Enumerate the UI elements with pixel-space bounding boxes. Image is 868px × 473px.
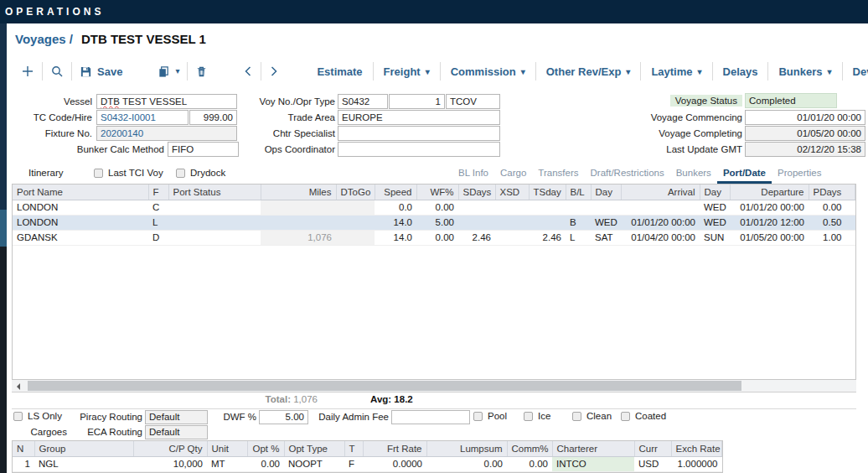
cell[interactable]: 1.00 [809, 230, 855, 245]
ice-checkbox[interactable] [524, 412, 533, 421]
cell[interactable] [336, 200, 375, 215]
cell[interactable]: SAT [591, 230, 621, 245]
eca-routing-field[interactable]: Default [145, 425, 208, 439]
cell[interactable]: NGL [34, 456, 133, 471]
tab-draft-restrictions[interactable]: Draft/Restrictions [585, 166, 670, 184]
cargoes-label[interactable]: Cargoes [17, 425, 67, 439]
cell[interactable]: B [566, 215, 591, 230]
breadcrumb-voyages-link[interactable]: Voyages / [15, 32, 73, 46]
voy-no-field[interactable]: S0432 [338, 94, 388, 109]
cell[interactable]: 0.00 [247, 456, 284, 471]
scrollbar-thumb[interactable] [28, 381, 741, 391]
dwf-field[interactable]: 5.00 [259, 410, 308, 424]
cell[interactable] [168, 215, 261, 230]
cell[interactable] [566, 200, 591, 215]
prev-voyage-button[interactable] [235, 65, 261, 77]
cell[interactable] [529, 200, 566, 215]
cell[interactable]: 0.00 [507, 456, 552, 471]
next-voyage-button[interactable] [261, 65, 287, 77]
cell[interactable]: 0.00 [416, 230, 458, 245]
tab-transfers[interactable]: Transfers [532, 166, 584, 184]
clean-checkbox[interactable] [572, 412, 581, 421]
voyage-commencing-field[interactable]: 01/01/20 00:00 [745, 110, 865, 125]
cell[interactable] [495, 200, 529, 215]
cell[interactable]: 14.0 [375, 215, 416, 230]
cell[interactable]: 1.000000 [671, 456, 722, 471]
menu-other-rev-exp[interactable]: Other Rev/Exp [536, 65, 641, 78]
delete-button[interactable] [188, 65, 215, 78]
tab-bl-info[interactable]: BL Info [452, 166, 494, 184]
tab-bunkers[interactable]: Bunkers [670, 166, 717, 184]
voyage-status-field[interactable]: Completed [745, 93, 837, 108]
coated-checkbox[interactable] [621, 412, 630, 421]
cell[interactable]: MT [207, 456, 247, 471]
cell[interactable] [495, 230, 529, 245]
cell[interactable]: 0.00 [809, 200, 855, 215]
cell[interactable]: F [344, 456, 363, 471]
add-button[interactable] [13, 65, 42, 78]
cell-charterer[interactable]: INTCO [552, 456, 634, 471]
voyage-completing-field[interactable]: 01/05/20 00:00 [745, 126, 865, 141]
cell[interactable] [495, 215, 529, 230]
cell[interactable]: C [148, 200, 168, 215]
cell[interactable]: LONDON [13, 215, 148, 230]
cell[interactable]: 2.46 [529, 230, 566, 245]
last-update-gmt-field[interactable]: 02/12/20 15:38 [745, 142, 865, 157]
cell[interactable]: 1 [13, 456, 34, 471]
piracy-routing-field[interactable]: Default [145, 410, 208, 424]
cell[interactable]: GDANSK [13, 230, 148, 245]
cell[interactable] [261, 215, 336, 230]
cell[interactable]: L [566, 230, 591, 245]
chtr-specialist-field[interactable] [338, 126, 500, 141]
cell[interactable]: 5.00 [416, 215, 458, 230]
last-tci-voy-checkbox[interactable] [94, 169, 103, 178]
tab-port-date[interactable]: Port/Date [717, 166, 772, 184]
cell[interactable]: 0.0 [375, 200, 416, 215]
cell[interactable]: 2.46 [458, 230, 495, 245]
cell[interactable] [336, 230, 375, 245]
search-button[interactable] [43, 65, 71, 78]
cell[interactable]: 10,000 [133, 456, 207, 471]
tc-code-field[interactable]: S0432-I0001 [96, 110, 189, 125]
cell[interactable] [261, 200, 336, 215]
cell[interactable]: USD [634, 456, 671, 471]
ls-only-checkbox[interactable] [13, 412, 23, 421]
cell[interactable]: D [148, 230, 168, 245]
cell[interactable] [458, 200, 495, 215]
cell[interactable] [529, 215, 566, 230]
cell[interactable] [168, 230, 261, 245]
cell[interactable] [168, 200, 261, 215]
cell[interactable]: 0.50 [809, 215, 855, 230]
cell[interactable] [458, 215, 495, 230]
tab-cargo[interactable]: Cargo [494, 166, 532, 184]
daily-admin-fee-field[interactable] [391, 410, 470, 424]
drydock-checkbox[interactable] [176, 169, 185, 178]
cell[interactable]: 01/01/20 00:00 [621, 215, 700, 230]
cell[interactable]: NOOPT [284, 456, 344, 471]
tc-hire-field[interactable]: 999.00 [189, 110, 237, 125]
bunker-calc-method-field[interactable]: FIFO [168, 142, 239, 157]
cell[interactable]: LONDON [13, 200, 148, 215]
save-button[interactable]: Save [72, 65, 130, 78]
cell[interactable]: 01/05/20 00:00 [730, 230, 809, 245]
fixture-no-field[interactable]: 20200140 [96, 126, 237, 141]
menu-delays[interactable]: Delays [713, 65, 768, 78]
cell[interactable]: 0.00 [416, 200, 458, 215]
cell[interactable]: SUN [700, 230, 730, 245]
cell[interactable]: 1,076 [261, 230, 336, 245]
menu-deviation[interactable]: Deviation [843, 65, 868, 78]
cell[interactable]: 01/01/20 00:00 [730, 200, 809, 215]
vessel-field[interactable]: DTB TEST VESSEL [96, 94, 237, 109]
menu-laytime[interactable]: Laytime [641, 65, 711, 78]
cell[interactable]: L [148, 215, 168, 230]
cell[interactable] [591, 200, 621, 215]
cell[interactable] [336, 215, 375, 230]
ops-coordinator-field[interactable] [338, 142, 500, 157]
scroll-left-arrow[interactable] [12, 380, 25, 392]
cell[interactable]: 0.0000 [363, 456, 426, 471]
menu-freight[interactable]: Freight [374, 65, 440, 78]
menu-estimate[interactable]: Estimate [307, 65, 372, 78]
cell[interactable]: 01/01/20 12:00 [730, 215, 809, 230]
trade-area-field[interactable]: EUROPE [338, 110, 500, 125]
cell[interactable]: 01/04/20 00:00 [621, 230, 700, 245]
